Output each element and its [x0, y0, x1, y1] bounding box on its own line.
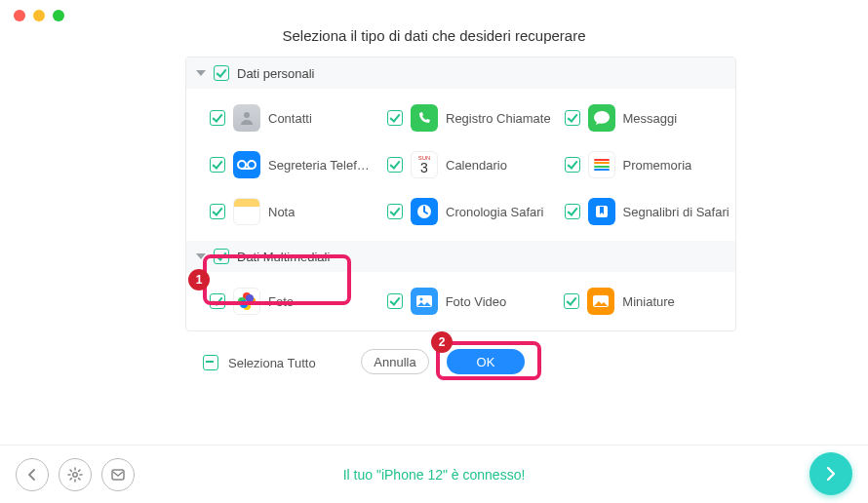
close-window-button[interactable]: [14, 10, 25, 21]
checkbox-select-all[interactable]: [203, 355, 218, 370]
item-call-log[interactable]: Registro Chiamate: [381, 95, 559, 141]
group-title-personal: Dati personali: [237, 66, 315, 81]
next-button[interactable]: [809, 452, 852, 495]
svg-rect-10: [112, 470, 124, 480]
group-header-media[interactable]: Dati Multimediali: [186, 241, 735, 272]
annotation-badge-1: 1: [188, 269, 210, 290]
reminders-icon: [588, 151, 615, 178]
select-all-label: Seleziona Tutto: [228, 356, 316, 370]
label-safari-bookmarks: Segnalibri di Safari: [623, 205, 730, 219]
chevron-down-icon: [196, 70, 206, 76]
connection-status: Il tuo "iPhone 12" è connesso!: [343, 467, 526, 483]
checkbox-thumbnails[interactable]: [564, 293, 579, 309]
label-call-log: Registro Chiamate: [446, 111, 551, 126]
item-photos[interactable]: Foto: [204, 278, 381, 325]
item-photo-video[interactable]: Foto Video: [381, 278, 559, 325]
personal-grid: Contatti Registro Chiamate Messaggi Segr…: [186, 89, 735, 241]
checkbox-call-log[interactable]: [387, 110, 403, 126]
window-traffic-lights: [14, 10, 64, 21]
annotation-badge-2: 2: [431, 331, 453, 353]
zoom-window-button[interactable]: [53, 10, 64, 21]
item-contacts[interactable]: Contatti: [204, 95, 381, 141]
back-button[interactable]: [16, 458, 49, 491]
checkbox-reminders[interactable]: [565, 157, 580, 173]
label-photo-video: Foto Video: [446, 294, 507, 309]
checkbox-photo-video[interactable]: [387, 293, 403, 309]
checkbox-safari-bookmarks[interactable]: [565, 204, 580, 219]
checkbox-photos[interactable]: [210, 293, 225, 309]
label-calendar: Calendario: [446, 158, 507, 173]
safari-history-icon: [411, 198, 438, 225]
checkbox-messages[interactable]: [565, 110, 580, 126]
item-thumbnails[interactable]: Miniature: [558, 278, 735, 325]
mail-button[interactable]: [101, 458, 135, 491]
label-photos: Foto: [268, 294, 294, 309]
label-messages: Messaggi: [623, 111, 678, 126]
photos-icon: [233, 288, 260, 315]
label-thumbnails: Miniature: [622, 294, 674, 309]
footer-right-controls: [809, 452, 852, 495]
label-voicemail: Segreteria Telefoni...: [268, 158, 375, 173]
svg-point-2: [248, 161, 256, 169]
select-all-row[interactable]: Seleziona Tutto: [199, 341, 322, 370]
minimize-window-button[interactable]: [33, 10, 45, 21]
settings-button[interactable]: [59, 458, 92, 491]
item-reminders[interactable]: Promemoria: [559, 141, 736, 188]
footer-left-controls: [16, 458, 135, 491]
page-title: Seleziona il tipo di dati che desideri r…: [0, 0, 868, 44]
phone-icon: [411, 104, 438, 132]
svg-point-9: [73, 473, 77, 477]
media-grid: Foto Foto Video Miniature: [186, 272, 735, 330]
notes-icon: [233, 198, 260, 225]
item-messages[interactable]: Messaggi: [559, 95, 736, 141]
item-safari-history[interactable]: Cronologia Safari: [381, 188, 559, 235]
item-safari-bookmarks[interactable]: Segnalibri di Safari: [559, 188, 736, 235]
checkbox-personal-all[interactable]: [214, 65, 229, 81]
ok-button[interactable]: OK: [447, 349, 525, 374]
svg-point-0: [244, 112, 250, 118]
label-safari-history: Cronologia Safari: [446, 205, 543, 219]
checkbox-contacts[interactable]: [210, 110, 225, 126]
calendar-icon: SUN 3: [411, 151, 438, 178]
messages-icon: [588, 104, 615, 132]
label-notes: Nota: [268, 205, 295, 219]
group-title-media: Dati Multimediali: [237, 250, 330, 264]
data-type-panel: Dati personali Contatti Registro Chiamat…: [185, 57, 736, 331]
label-reminders: Promemoria: [623, 158, 692, 173]
chevron-down-icon: [196, 253, 206, 259]
contacts-icon: [233, 104, 260, 132]
svg-point-7: [419, 298, 422, 301]
group-header-personal[interactable]: Dati personali: [186, 58, 735, 89]
checkbox-media-all[interactable]: [214, 249, 229, 264]
item-voicemail[interactable]: Segreteria Telefoni...: [204, 141, 381, 188]
bookmark-icon: [588, 198, 615, 225]
thumbnails-icon: [587, 288, 614, 315]
item-calendar[interactable]: SUN 3 Calendario: [381, 141, 559, 188]
checkbox-safari-history[interactable]: [387, 204, 403, 219]
voicemail-icon: [233, 151, 260, 178]
photo-video-icon: [411, 288, 438, 315]
item-notes[interactable]: Nota: [204, 188, 381, 235]
cancel-button[interactable]: Annulla: [361, 349, 429, 374]
checkbox-calendar[interactable]: [387, 157, 403, 173]
svg-point-1: [238, 161, 246, 169]
label-contacts: Contatti: [268, 111, 312, 126]
checkbox-voicemail[interactable]: [210, 157, 225, 173]
checkbox-notes[interactable]: [210, 204, 225, 219]
